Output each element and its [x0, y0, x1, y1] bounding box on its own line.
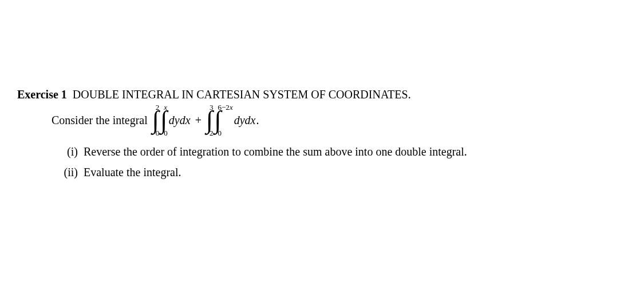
item-marker-2: (ii) — [63, 164, 84, 181]
integral-2-outer-upper: 3 — [210, 104, 214, 111]
math-expression: ∫ 2 0 ∫ x 0 dydx + ∫ 3 2 ∫ 6−2x — [152, 108, 259, 133]
integral-1-inner-lower: 0 — [164, 129, 168, 137]
integral-1-outer-lower: 0 — [156, 129, 160, 137]
exercise-title-text: DOUBLE INTEGRAL IN CARTESIAN SYSTEM OF C… — [73, 88, 411, 101]
list-item: (i) Reverse the order of integration to … — [63, 143, 627, 160]
consider-prefix: Consider the integral — [52, 112, 148, 129]
integral-2-inner-upper: 6−2x — [218, 104, 233, 111]
integral-2-outer-lower: 2 — [210, 129, 214, 137]
integrand-1: dydx — [169, 112, 191, 129]
integral-2-inner-lower: 0 — [218, 129, 233, 137]
exercise-title: DOUBLE INTEGRAL IN CARTESIAN SYSTEM OF C… — [70, 88, 411, 101]
integral-1-inner-upper: x — [164, 104, 168, 111]
item-marker-1: (i) — [63, 143, 84, 160]
list-item: (ii) Evaluate the integral. — [63, 164, 627, 181]
integral-1-inner: ∫ x 0 — [160, 108, 169, 133]
consider-line: Consider the integral ∫ 2 0 ∫ x 0 dydx +… — [17, 108, 627, 133]
exercise-label: Exercise 1 — [17, 88, 67, 101]
items-list: (i) Reverse the order of integration to … — [17, 143, 627, 181]
integral-1-outer-upper: 2 — [156, 104, 160, 111]
item-text-1: Reverse the order of integration to comb… — [84, 143, 627, 160]
expression-terminator: . — [256, 112, 259, 129]
plus-sign: + — [195, 112, 202, 129]
integral-2-outer: ∫ 3 2 — [206, 108, 215, 133]
item-text-2: Evaluate the integral. — [84, 164, 627, 181]
integral-2-inner: ∫ 6−2x 0 — [214, 108, 234, 133]
integral-1-outer: ∫ 2 0 — [152, 108, 161, 133]
integrand-2: dydx — [234, 112, 256, 129]
exercise-header: Exercise 1 DOUBLE INTEGRAL IN CARTESIAN … — [17, 86, 627, 103]
